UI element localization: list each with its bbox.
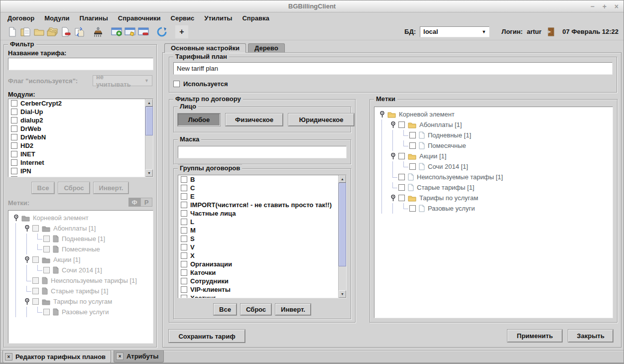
list-item[interactable]: INET <box>8 150 153 158</box>
person-option-button[interactable]: Юридическое <box>288 114 354 126</box>
tree-node[interactable]: Помесячные <box>10 244 153 254</box>
labels-tree-disabled[interactable]: Корневой элементАбонплаты [1]Подневные [… <box>8 210 153 344</box>
tree-node[interactable]: Подневные [1] <box>376 130 613 140</box>
modules-invert-button[interactable]: Инверт. <box>94 182 129 194</box>
tree-node-checkbox[interactable] <box>43 309 50 315</box>
labels-tree[interactable]: Корневой элементАбонплаты [1]Подневные [… <box>374 107 613 318</box>
close-tab-icon[interactable]: × <box>5 353 12 361</box>
tree-node[interactable]: Сочи 2014 [1] <box>376 161 613 172</box>
groups-reset-button[interactable]: Сброс <box>241 304 271 315</box>
used-flag-select[interactable]: не учитывать ▼ <box>93 75 152 86</box>
stamp-icon[interactable] <box>91 25 105 38</box>
minimize-icon[interactable]: − <box>590 3 594 10</box>
item-checkbox[interactable] <box>181 236 187 242</box>
menu-item[interactable]: Сервис <box>166 13 200 23</box>
item-checkbox[interactable] <box>181 185 187 191</box>
tree-node-checkbox[interactable] <box>409 142 416 149</box>
tree-node-checkbox[interactable] <box>43 246 50 252</box>
groups-invert-button[interactable]: Инверт. <box>275 304 311 315</box>
tree-node[interactable]: Абонплаты [1] <box>10 223 153 234</box>
item-checkbox[interactable] <box>11 134 17 140</box>
item-checkbox[interactable] <box>181 210 187 217</box>
list-item[interactable]: CerberCrypt2 <box>8 99 153 108</box>
list-item[interactable]: X <box>178 251 346 260</box>
tree-expand-handle-icon[interactable] <box>387 151 398 161</box>
menu-item[interactable]: Плагины <box>75 13 113 23</box>
modules-list[interactable]: CerberCrypt2Dial-Updialup2DrWebDrWebNHD2… <box>8 99 153 177</box>
item-checkbox[interactable] <box>181 295 187 298</box>
scroll-down-icon[interactable]: ▼ <box>339 290 346 298</box>
tree-node[interactable]: Акции [1] <box>10 254 153 265</box>
list-item[interactable]: Хостинг <box>178 294 346 298</box>
title-bar[interactable]: BGBillingClient − + × <box>0 0 624 12</box>
list-item[interactable]: DrWeb <box>8 124 153 133</box>
bottom-tab[interactable]: ×Редактор тарифных планов <box>2 351 111 363</box>
tree-expand-handle-icon[interactable] <box>376 109 387 120</box>
tree-node-checkbox[interactable] <box>32 298 39 305</box>
close-button[interactable]: Закрыть <box>568 330 613 342</box>
list-item[interactable]: Internet <box>8 158 153 167</box>
item-checkbox[interactable] <box>11 142 17 149</box>
scroll-up-icon[interactable]: ▲ <box>339 175 346 183</box>
mask-input[interactable] <box>178 146 347 158</box>
menu-item[interactable]: Утилиты <box>199 13 237 23</box>
item-checkbox[interactable] <box>11 117 17 123</box>
tree-node-checkbox[interactable] <box>43 236 50 242</box>
list-item[interactable]: Частные лица <box>178 209 346 218</box>
refresh-icon[interactable] <box>155 25 168 38</box>
contract-groups-list[interactable]: BCEIMPORT(чистится! - не ставить просто … <box>178 175 347 298</box>
item-checkbox[interactable] <box>181 252 187 259</box>
tree-node[interactable]: Тарифы по услугам <box>376 193 613 203</box>
tree-node-checkbox[interactable] <box>409 205 416 212</box>
tree-node[interactable]: Корневой элемент <box>376 109 613 120</box>
list-item[interactable]: V <box>178 243 346 251</box>
menu-item[interactable]: Договор <box>2 13 39 23</box>
item-checkbox[interactable] <box>181 176 187 183</box>
menu-item[interactable]: Справка <box>237 13 274 23</box>
item-checkbox[interactable] <box>11 151 17 157</box>
tree-node[interactable]: Старые тарифы [1] <box>10 286 153 296</box>
item-checkbox[interactable] <box>181 244 187 250</box>
logout-door-icon[interactable] <box>545 25 555 38</box>
item-checkbox[interactable] <box>181 202 187 208</box>
new-document-icon[interactable] <box>5 25 19 38</box>
tree-node[interactable]: Акции [1] <box>376 151 613 161</box>
bottom-tab[interactable]: ×Атрибуты <box>114 351 164 363</box>
list-item[interactable]: M <box>178 226 346 235</box>
used-checkbox-row[interactable]: Используется <box>173 80 228 88</box>
label-filter-r-button[interactable]: Р <box>140 198 152 207</box>
tree-expand-handle-icon[interactable] <box>21 254 32 265</box>
list-item[interactable]: E <box>178 192 346 201</box>
item-checkbox[interactable] <box>181 261 187 267</box>
window-remove-icon[interactable] <box>136 25 150 38</box>
modules-reset-button[interactable]: Сброс <box>58 182 89 194</box>
tree-node-checkbox[interactable] <box>32 225 39 232</box>
modules-scrollbar[interactable]: ▲ ▼ <box>145 99 153 177</box>
tree-node[interactable]: Корневой элемент <box>10 213 153 223</box>
tree-node[interactable]: Разовые услуги <box>376 203 613 214</box>
tree-node[interactable]: Сочи 2014 [1] <box>10 265 153 275</box>
tariff-plan-name-input[interactable] <box>173 62 613 75</box>
tariff-name-input[interactable] <box>8 58 153 70</box>
tree-node-checkbox[interactable] <box>398 184 405 191</box>
tree-node-checkbox[interactable] <box>398 121 405 128</box>
list-item[interactable]: Организации <box>178 260 346 268</box>
modules-all-button[interactable]: Все <box>32 182 55 194</box>
tree-node-checkbox[interactable] <box>32 256 39 263</box>
remove-document-icon[interactable] <box>59 25 73 38</box>
tree-node[interactable]: Разовые услуги <box>10 307 153 317</box>
scroll-down-icon[interactable]: ▼ <box>145 169 153 177</box>
list-item[interactable]: dialup2 <box>8 116 153 124</box>
list-item[interactable]: DrWebN <box>8 133 153 141</box>
tree-node[interactable]: Неиспользуемые тарифы [1] <box>10 275 153 286</box>
db-select[interactable]: local ▼ <box>420 26 490 37</box>
list-item[interactable]: IPN <box>8 167 153 175</box>
tree-node[interactable]: Помесячные <box>376 140 613 151</box>
main-tab[interactable]: Дерево <box>248 43 285 52</box>
menu-item[interactable]: Справочники <box>113 13 166 23</box>
list-item[interactable]: S <box>178 235 346 243</box>
item-checkbox[interactable] <box>181 278 187 284</box>
folders-icon[interactable] <box>46 25 59 38</box>
item-checkbox[interactable] <box>11 159 17 166</box>
list-item[interactable]: C <box>178 184 346 192</box>
